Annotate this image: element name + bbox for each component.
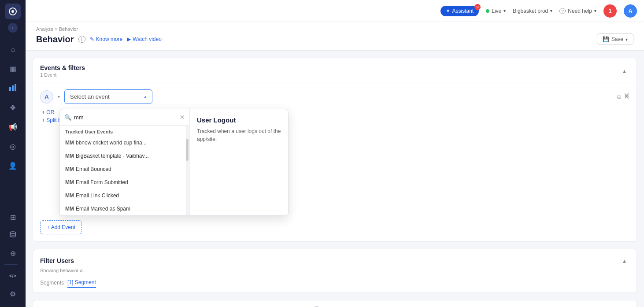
notifications-button[interactable]: 1 bbox=[603, 4, 617, 18]
assistant-badge: 9 bbox=[474, 4, 481, 10]
tracked-events-label: Tracked User Events bbox=[60, 126, 189, 136]
dropdown-search-area: 🔍 ✕ bbox=[60, 109, 189, 126]
select-event-dropdown[interactable]: Select an event ▴ bbox=[64, 89, 152, 104]
page-title: Behavior bbox=[36, 34, 74, 44]
segment-tab-1[interactable]: [1] Segment bbox=[67, 277, 96, 288]
sidebar-item-users[interactable]: 👤 bbox=[4, 157, 21, 174]
help-chevron: ▾ bbox=[594, 8, 596, 13]
select-event-chevron: ▴ bbox=[144, 94, 147, 100]
dropdown-item-4[interactable]: MM Email Link Clicked bbox=[60, 189, 189, 202]
save-button[interactable]: 💾 Save ▾ bbox=[597, 33, 633, 45]
sidebar-item-campaigns[interactable]: 📢 bbox=[4, 118, 21, 135]
clear-search-icon[interactable]: ✕ bbox=[180, 114, 185, 121]
bar-chart-icon bbox=[9, 83, 17, 93]
breadcrumb-separator: > bbox=[55, 26, 59, 32]
live-dot bbox=[486, 9, 489, 13]
item-prefix-5: MM bbox=[65, 206, 74, 212]
outer-close-icon[interactable]: ✕ bbox=[624, 91, 629, 100]
info-icon[interactable]: i bbox=[78, 36, 85, 43]
dropdown-item-3[interactable]: MM Email Form Submitted bbox=[60, 176, 189, 189]
event-label: A bbox=[40, 90, 53, 104]
database-icon bbox=[9, 231, 16, 240]
dropdown-scrollbar bbox=[186, 126, 189, 215]
svg-point-5 bbox=[10, 232, 15, 233]
filter-subtitle: Showing behavior a... bbox=[33, 268, 637, 277]
user-avatar[interactable]: A bbox=[624, 4, 637, 18]
chevron-up-icon: ▴ bbox=[623, 67, 626, 74]
live-chevron: ▾ bbox=[503, 8, 506, 13]
sidebar-item-puzzles[interactable]: ❖ bbox=[4, 99, 21, 116]
sidebar-item-settings[interactable]: ⚙ bbox=[4, 285, 21, 302]
event-type-arrow[interactable]: ▾ bbox=[58, 94, 60, 99]
events-collapse-btn[interactable]: ▴ bbox=[619, 66, 629, 76]
save-label: Save bbox=[611, 36, 623, 42]
save-chevron: ▾ bbox=[625, 37, 628, 42]
watch-video-link[interactable]: ▶ Watch video bbox=[127, 36, 162, 42]
sidebar-item-layers[interactable]: ⊞ bbox=[4, 209, 21, 226]
sidebar-item-database[interactable] bbox=[4, 227, 21, 244]
breadcrumb: Analyze > Behavior bbox=[36, 26, 633, 32]
assistant-button[interactable]: ✦ Assistant 9 bbox=[440, 6, 479, 16]
edit-icon: ✎ bbox=[90, 36, 94, 42]
breadcrumb-current: Behavior bbox=[59, 26, 78, 32]
sidebar-item-analytics[interactable]: ▦ bbox=[4, 60, 21, 77]
sidebar-item-behavior[interactable] bbox=[4, 80, 21, 96]
sidebar-expand-btn[interactable]: › bbox=[8, 23, 18, 33]
filter-title-area: Filter Users bbox=[40, 257, 74, 264]
filter-header: Filter Users ▴ bbox=[33, 249, 637, 268]
sidebar-item-expand[interactable]: ⊕ bbox=[4, 245, 21, 262]
breadcrumb-parent[interactable]: Analyze bbox=[36, 26, 53, 32]
item-prefix-1: MM bbox=[65, 153, 74, 159]
search-icon: 🔍 bbox=[64, 114, 71, 121]
segments-label: Segments bbox=[40, 280, 64, 286]
settings-icon: ⚙ bbox=[10, 290, 16, 298]
plus-icon: ✦ bbox=[446, 8, 450, 14]
events-section-title: Events & filters bbox=[40, 64, 85, 71]
event-area: A ▾ Select an event ▴ ⧉ ✕ ✕ bbox=[33, 82, 637, 241]
dropdown-left-panel: 🔍 ✕ Tracked User Events MM bbnow cricket… bbox=[60, 109, 190, 215]
filter-collapse-btn[interactable]: ▴ bbox=[619, 255, 629, 266]
dropdown-items-list: Tracked User Events MM bbnow cricket wor… bbox=[60, 126, 189, 215]
play-icon: ▶ bbox=[127, 36, 131, 42]
sidebar-divider bbox=[4, 206, 18, 206]
copy-row-icon[interactable]: ⧉ bbox=[617, 93, 621, 100]
top-navigation: ✦ Assistant 9 Live ▾ Bigbasket prod ▾ ? … bbox=[26, 0, 644, 22]
user-initial: A bbox=[629, 8, 633, 14]
watch-video-label: Watch video bbox=[133, 36, 162, 42]
workspace-label: Bigbasket prod bbox=[513, 8, 548, 14]
add-event-button[interactable]: + Add Event bbox=[40, 220, 82, 234]
filter-title: Filter Users bbox=[40, 257, 74, 264]
dropdown-search-input[interactable] bbox=[74, 114, 177, 121]
loading-filters-bar: Loading filters bbox=[33, 300, 637, 307]
svg-point-1 bbox=[11, 10, 14, 13]
live-status[interactable]: Live ▾ bbox=[486, 8, 506, 14]
live-label: Live bbox=[492, 8, 501, 14]
page-content-area: Analyze > Behavior Behavior i ✎ Know mor… bbox=[26, 22, 644, 307]
circle-dot-icon: ◎ bbox=[10, 142, 16, 151]
know-more-label: Know more bbox=[96, 36, 123, 42]
select-event-placeholder: Select an event bbox=[70, 93, 110, 100]
dropdown-item-1[interactable]: MM BigBasket template - Vaibhav... bbox=[60, 149, 189, 163]
filter-users-section: Filter Users ▴ Showing behavior a... Seg… bbox=[33, 249, 637, 293]
dropdown-item-0[interactable]: MM bbnow cricket world cup fina... bbox=[60, 136, 189, 149]
help-menu[interactable]: ? Need help ▾ bbox=[559, 8, 596, 14]
sidebar-item-home[interactable]: ⌂ bbox=[4, 41, 21, 58]
item-text-2: Email Bounced bbox=[76, 166, 111, 172]
sidebar-item-code[interactable]: </> bbox=[4, 267, 21, 284]
dropdown-item-5[interactable]: MM Email Marked as Spam bbox=[60, 202, 189, 215]
dropdown-item-2[interactable]: MM Email Bounced bbox=[60, 163, 189, 176]
item-text-0: bbnow cricket world cup fina... bbox=[76, 140, 147, 146]
segments-row: Segments [1] Segment bbox=[33, 277, 637, 292]
events-section-header: Events & filters 1 Event ▴ bbox=[33, 58, 637, 82]
know-more-link[interactable]: ✎ Know more bbox=[90, 36, 123, 42]
sidebar-item-circle[interactable]: ◎ bbox=[4, 138, 21, 155]
workspace-selector[interactable]: Bigbasket prod ▾ bbox=[513, 8, 552, 14]
right-panel-title: User Logout bbox=[197, 116, 281, 124]
events-filters-section: Events & filters 1 Event ▴ A ▾ Select an… bbox=[33, 58, 637, 242]
sidebar-logo[interactable] bbox=[5, 4, 21, 19]
user-icon: 👤 bbox=[8, 162, 17, 170]
save-icon: 💾 bbox=[603, 36, 609, 42]
help-icon: ? bbox=[559, 8, 566, 14]
dropdown-right-panel: User Logout Tracked when a user logs out… bbox=[190, 109, 288, 215]
events-section-title-area: Events & filters 1 Event bbox=[40, 64, 85, 78]
